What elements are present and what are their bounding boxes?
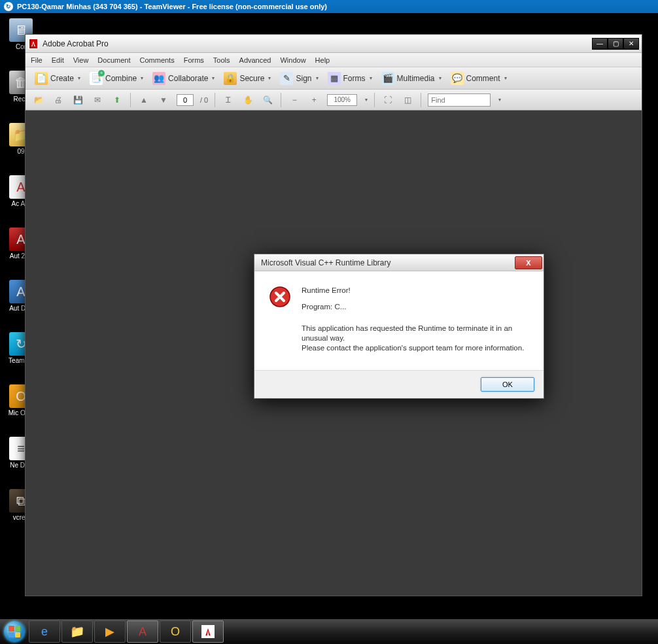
sign-icon: ✎: [280, 72, 293, 85]
fit-width-icon[interactable]: ⛶: [381, 93, 394, 107]
acrobat-titlebar[interactable]: Adobe Acrobat Pro — ▢ ✕: [26, 35, 642, 53]
start-button[interactable]: [1, 619, 27, 644]
sign-button[interactable]: ✎Sign▾: [277, 70, 320, 87]
email-icon[interactable]: ✉: [91, 93, 104, 107]
taskbar-acrobat[interactable]: [192, 620, 224, 643]
windows-logo-icon: [4, 621, 25, 642]
taskbar-mediaplayer[interactable]: ▶: [94, 620, 126, 643]
acrobat-toolbar-primary: 📄Create▾ 📑Combine▾ 👥Collaborate▾ 🔒Secure…: [26, 67, 642, 90]
save-icon[interactable]: 💾: [71, 93, 84, 107]
minimize-button[interactable]: —: [592, 38, 608, 50]
teamviewer-title: PC130-Qamar Minhas (343 704 365) - TeamV…: [17, 3, 327, 10]
forms-button[interactable]: ▦Forms▾: [325, 70, 375, 87]
marquee-zoom-icon[interactable]: 🔍: [261, 93, 274, 107]
acrobat-title-text: Adobe Acrobat Pro: [43, 39, 109, 48]
error-program: Program: C...: [302, 302, 529, 312]
hand-tool-icon[interactable]: ✋: [241, 93, 254, 107]
create-button[interactable]: 📄Create▾: [32, 70, 83, 87]
page-total: / 0: [200, 96, 208, 104]
acrobat-toolbar-secondary: 📂 🖨 💾 ✉ ⬆ ▲ ▼ / 0 Ꮖ ✋ 🔍 − + 100%▾ ⛶ ◫ ▾: [26, 90, 642, 110]
taskbar-ie[interactable]: e: [29, 620, 60, 643]
error-close-button[interactable]: X: [515, 256, 542, 269]
multimedia-icon: 🎬: [381, 72, 394, 85]
create-icon: 📄: [35, 72, 48, 85]
error-title-text: Microsoft Visual C++ Runtime Library: [261, 258, 391, 267]
zoom-in-icon[interactable]: +: [307, 93, 320, 107]
teamviewer-titlebar: ↻ PC130-Qamar Minhas (343 704 365) - Tea…: [0, 0, 658, 13]
taskbar-autocad[interactable]: A: [127, 620, 158, 643]
close-button[interactable]: ✕: [623, 38, 639, 50]
comment-icon: 💬: [451, 72, 464, 85]
secure-icon: 🔒: [224, 72, 237, 85]
maximize-button[interactable]: ▢: [608, 38, 623, 50]
menu-file[interactable]: File: [31, 56, 43, 64]
menu-edit[interactable]: Edit: [52, 56, 64, 64]
error-msg1: This application has requested the Runti…: [302, 324, 512, 342]
runtime-error-dialog: Microsoft Visual C++ Runtime Library X R…: [254, 254, 544, 399]
menu-view[interactable]: View: [73, 56, 89, 64]
menu-document[interactable]: Document: [97, 56, 130, 64]
error-titlebar[interactable]: Microsoft Visual C++ Runtime Library X: [254, 254, 544, 271]
teamviewer-icon: ↻: [4, 2, 13, 11]
menu-help[interactable]: Help: [315, 56, 330, 64]
zoom-out-icon[interactable]: −: [288, 93, 301, 107]
menu-tools[interactable]: Tools: [213, 56, 230, 64]
combine-icon: 📑: [90, 72, 103, 85]
taskbar: e 📁 ▶ A O: [0, 619, 658, 644]
comment-button[interactable]: 💬Comment▾: [448, 70, 510, 87]
print-icon[interactable]: 🖨: [52, 93, 65, 107]
multimedia-button[interactable]: 🎬Multimedia▾: [379, 70, 444, 87]
zoom-level[interactable]: 100%: [327, 94, 357, 106]
menu-advanced[interactable]: Advanced: [239, 56, 271, 64]
taskbar-explorer[interactable]: 📁: [61, 620, 93, 643]
remote-desktop: 🖥Cor 🗑Recy 📁09 AAc Acr AAut 201 AAut Des…: [0, 13, 658, 619]
combine-button[interactable]: 📑Combine▾: [87, 70, 146, 87]
find-input[interactable]: [428, 93, 491, 107]
page-number-input[interactable]: [177, 94, 194, 106]
collaborate-button[interactable]: 👥Collaborate▾: [150, 70, 217, 87]
open-icon[interactable]: 📂: [32, 93, 45, 107]
taskbar-outlook[interactable]: O: [160, 620, 191, 643]
error-message: Runtime Error! Program: C... This applic…: [302, 286, 529, 360]
menu-comments[interactable]: Comments: [140, 56, 175, 64]
forms-icon: ▦: [328, 72, 341, 85]
select-tool-icon[interactable]: Ꮖ: [222, 93, 235, 107]
error-msg2: Please contact the application's support…: [302, 344, 524, 352]
svg-rect-1: [201, 625, 215, 638]
secure-button[interactable]: 🔒Secure▾: [221, 70, 273, 87]
acrobat-menubar: File Edit View Document Comments Forms T…: [26, 53, 642, 67]
next-page-icon[interactable]: ▼: [157, 93, 170, 107]
error-icon: [269, 286, 291, 308]
acrobat-app-icon: [28, 39, 39, 49]
ok-button[interactable]: OK: [481, 377, 534, 392]
collaborate-icon: 👥: [152, 72, 165, 85]
menu-window[interactable]: Window: [280, 56, 305, 64]
prev-page-icon[interactable]: ▲: [137, 93, 150, 107]
upload-icon[interactable]: ⬆: [111, 93, 124, 107]
menu-forms[interactable]: Forms: [184, 56, 204, 64]
error-heading: Runtime Error!: [302, 286, 529, 296]
fit-page-icon[interactable]: ◫: [401, 93, 414, 107]
